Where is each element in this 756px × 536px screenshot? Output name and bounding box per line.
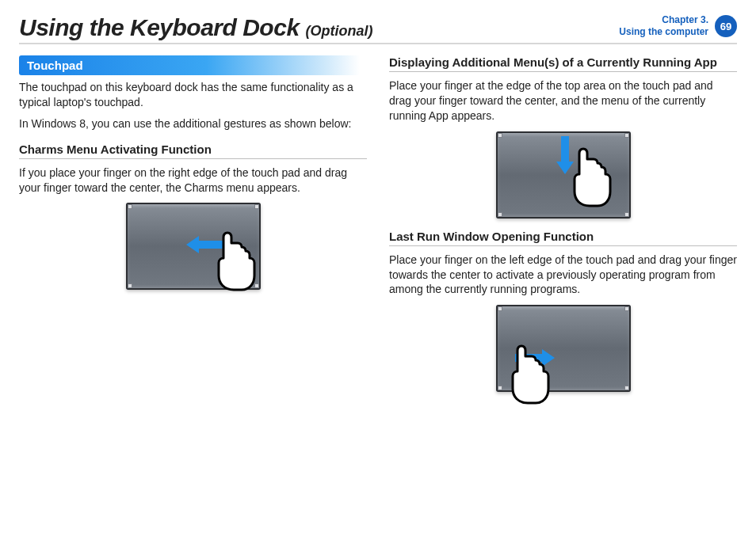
pointing-hand-icon xyxy=(212,231,267,302)
chapter-info: Chapter 3. Using the computer 69 xyxy=(619,14,737,38)
page-title-optional: (Optional) xyxy=(306,23,373,40)
subhead-last-run: Last Run Window Opening Function xyxy=(389,230,737,246)
touchpad-figure-charms xyxy=(126,203,261,290)
right-column: Displaying Additional Menu(s) of a Curre… xyxy=(389,55,737,397)
pointing-hand-icon xyxy=(506,344,561,416)
page-header: Using the Keyboard Dock (Optional) Chapt… xyxy=(19,14,737,44)
page-number: 69 xyxy=(720,21,731,32)
pointing-hand-icon xyxy=(567,147,623,219)
chapter-line1: Chapter 3. xyxy=(619,14,708,26)
app-menu-body: Place your finger at the edge of the top… xyxy=(389,78,737,124)
last-run-body: Place your finger on the left edge of th… xyxy=(389,253,737,298)
charms-body: If you place your finger on the right ed… xyxy=(19,165,367,196)
subhead-charms: Charms Menu Activating Function xyxy=(19,143,367,159)
page-number-badge: 69 xyxy=(715,15,737,37)
subhead-app-menu: Displaying Additional Menu(s) of a Curre… xyxy=(389,55,737,72)
left-column: Touchpad The touchpad on this keyboard d… xyxy=(19,55,367,397)
touchpad-intro-2: In Windows 8, you can use the additional… xyxy=(19,116,367,131)
chapter-line2: Using the computer xyxy=(619,26,708,38)
touchpad-intro-1: The touchpad on this keyboard dock has t… xyxy=(19,80,367,110)
touchpad-figure-app-menu xyxy=(496,131,631,219)
touchpad-figure-last-run xyxy=(496,305,631,392)
section-pill-touchpad: Touchpad xyxy=(19,55,360,75)
section-pill-label: Touchpad xyxy=(27,59,83,72)
page-title: Using the Keyboard Dock xyxy=(19,14,300,41)
